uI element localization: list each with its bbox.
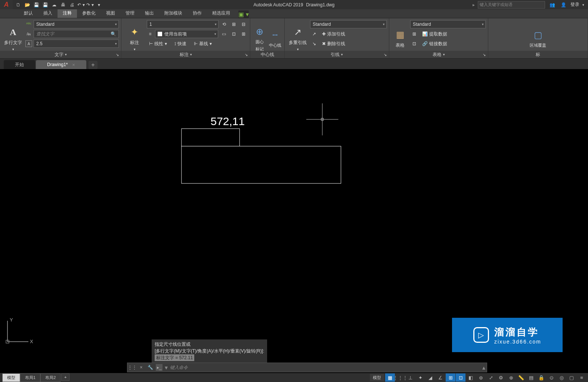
- polar-icon[interactable]: ✦: [415, 373, 425, 382]
- dim-update-icon[interactable]: ⟲: [220, 20, 228, 28]
- share-icon[interactable]: 👥: [548, 1, 556, 9]
- status-bar: 模型 布局1 布局2 + 模型 ▦ ⋮⋮⋮ ⊥ ✦ ◢ ∠ ⊞ ⊡ ◧ ⊚ ⤢ …: [0, 373, 588, 382]
- table-edit-icon[interactable]: ⊞: [410, 30, 418, 38]
- dim-layer-combo[interactable]: 使用当前项▾: [155, 30, 218, 38]
- remove-leader-button[interactable]: ✖ 删除引线: [320, 40, 347, 48]
- user-icon[interactable]: 👤: [559, 1, 567, 9]
- quickprops-icon[interactable]: ▤: [526, 373, 536, 382]
- app-logo[interactable]: A: [0, 0, 13, 9]
- ribbon: A 多行文字 ▾ ᴬᴮᶜ Standard▾ 🗛 查找文字 🔍: [0, 18, 588, 59]
- lineweight-icon[interactable]: ⊡: [456, 373, 465, 382]
- panel-text-title[interactable]: 文字▾↘: [0, 51, 121, 58]
- annoscale-icon[interactable]: ⤢: [486, 373, 496, 382]
- login-dropdown-icon[interactable]: ▾: [582, 3, 584, 7]
- text-search[interactable]: 查找文字 🔍: [34, 30, 119, 38]
- plot-icon[interactable]: 🖶: [59, 1, 67, 9]
- dim-scale-combo[interactable]: 1▾: [147, 20, 219, 28]
- find-icon[interactable]: 🗛: [25, 31, 32, 37]
- redo-icon[interactable]: ↷ ▾: [86, 1, 94, 9]
- tab-manage[interactable]: 管理: [120, 9, 140, 18]
- dim-quick-button[interactable]: ⟟ 快速: [172, 40, 189, 48]
- saveas-icon[interactable]: 💾: [41, 1, 49, 9]
- watermark-title: 溜溜自学: [494, 326, 539, 339]
- drawing-canvas[interactable]: 572,11: [0, 69, 588, 356]
- quick-access-toolbar: 🗋 📂 💾 💾 ☁ 🖶 🖨 ↶ ▾ ↷ ▾ ▾: [14, 1, 103, 9]
- table-style-combo[interactable]: Standard▾: [410, 20, 486, 28]
- dim-tool3-icon[interactable]: ⊞: [239, 30, 248, 38]
- layout-2[interactable]: 布局2: [40, 373, 61, 382]
- tab-addins[interactable]: 附加模块: [159, 9, 188, 18]
- tab-parametric[interactable]: 参数化: [77, 9, 101, 18]
- new-icon[interactable]: 🗋: [14, 1, 22, 9]
- panel-table-title[interactable]: 表格▾↘: [389, 51, 488, 58]
- layout-model[interactable]: 模型: [2, 373, 20, 382]
- cmd-close-icon[interactable]: ×: [138, 364, 145, 371]
- layout-add-button[interactable]: +: [61, 373, 69, 381]
- close-icon[interactable]: ×: [72, 62, 75, 68]
- watermark-logo-icon: ▷: [473, 327, 489, 343]
- dim-continue-icon[interactable]: ⊞: [230, 20, 238, 28]
- tab-default[interactable]: 默认: [19, 9, 38, 18]
- layout-1[interactable]: 布局1: [20, 373, 40, 382]
- cycle-icon[interactable]: ⊚: [476, 373, 486, 382]
- annomonitor-icon[interactable]: ⊕: [506, 373, 516, 382]
- dim-break-icon[interactable]: ⊟: [239, 20, 248, 28]
- extract-data-button[interactable]: 📊 提取数据: [420, 30, 449, 38]
- tab-view[interactable]: 视图: [101, 9, 120, 18]
- open-icon[interactable]: 📂: [23, 1, 31, 9]
- leader-align-icon[interactable]: ↗: [310, 30, 318, 38]
- leader-style-combo[interactable]: Standard▾: [310, 20, 387, 28]
- ortho-icon[interactable]: ⊥: [405, 373, 415, 382]
- osnap-icon[interactable]: ∠: [436, 373, 445, 382]
- add-leader-button[interactable]: ✚ 添加引线: [320, 30, 347, 38]
- dim-linear-button[interactable]: ⊢ 线性 ▾: [147, 40, 169, 48]
- cmd-grip-icon[interactable]: ⋮⋮: [129, 364, 136, 371]
- dim-baseline-button[interactable]: ⊩ 基线 ▾: [192, 40, 214, 48]
- lock-icon[interactable]: 🔒: [536, 373, 546, 382]
- text-height-combo[interactable]: 2.5▾: [34, 40, 119, 48]
- link-data-button[interactable]: 🔗 链接数据: [420, 40, 449, 48]
- login-link[interactable]: 登录: [570, 1, 579, 8]
- hardware-icon[interactable]: ⊙: [547, 373, 556, 382]
- dim-tool1-icon[interactable]: ▭: [220, 30, 228, 38]
- workspace-icon[interactable]: ⚙: [496, 373, 506, 382]
- command-line[interactable]: ⋮⋮ × 🔧 ▸_ ▾ 键入命令 ▴: [127, 363, 487, 372]
- tab-insert[interactable]: 插入: [38, 9, 58, 18]
- tab-drawing1[interactable]: Drawing1*×: [36, 60, 86, 69]
- new-tab-button[interactable]: +: [89, 61, 98, 69]
- tab-start[interactable]: 开始: [4, 60, 35, 69]
- tab-featured[interactable]: 精选应用: [207, 9, 235, 18]
- status-model-label[interactable]: 模型: [370, 374, 384, 381]
- transparency-icon[interactable]: ◧: [466, 373, 476, 382]
- keyword-search[interactable]: 键入关键字或短语: [478, 1, 545, 9]
- tab-annotate[interactable]: 注释: [58, 9, 77, 18]
- customize-icon[interactable]: ≡: [577, 373, 587, 382]
- print-icon[interactable]: 🖨: [68, 1, 76, 9]
- tab-output[interactable]: 输出: [140, 9, 159, 18]
- save-icon[interactable]: 💾: [32, 1, 40, 9]
- undo-icon[interactable]: ↶ ▾: [77, 1, 85, 9]
- panel-dim-title[interactable]: 标注▾↘: [121, 51, 250, 58]
- cmd-settings-icon[interactable]: 🔧: [147, 364, 154, 371]
- dim-tool2-icon[interactable]: ⊡: [230, 30, 238, 38]
- iso-icon[interactable]: ◢: [425, 373, 435, 382]
- units-icon[interactable]: 📏: [516, 373, 526, 382]
- otrack-icon[interactable]: ⊞: [446, 373, 455, 382]
- app-store-icon[interactable]: ▣ ▾: [238, 10, 249, 18]
- layer-icon[interactable]: ≡: [147, 31, 154, 37]
- cmd-expand-icon[interactable]: ▴: [482, 364, 485, 371]
- panel-wipeout-title[interactable]: 标: [488, 51, 588, 58]
- qat-more-icon[interactable]: ▾: [95, 1, 103, 9]
- panel-leader-title[interactable]: 引线▾↘: [285, 51, 389, 58]
- snap-icon[interactable]: ⋮⋮⋮: [395, 373, 405, 382]
- leader-collect-icon[interactable]: ↘: [310, 40, 318, 48]
- cleanscreen-icon[interactable]: ▢: [567, 373, 576, 382]
- tab-collaborate[interactable]: 协作: [188, 9, 207, 18]
- command-input[interactable]: 键入命令: [170, 364, 188, 371]
- spellcheck-icon[interactable]: ᴬᴮᶜ: [25, 21, 32, 28]
- isolate-icon[interactable]: ◎: [557, 373, 566, 382]
- cloud-icon[interactable]: ☁: [50, 1, 58, 9]
- panel-center-title[interactable]: 中心线: [250, 51, 284, 58]
- table-link-icon[interactable]: ⊡: [410, 40, 418, 48]
- text-style-combo[interactable]: Standard▾: [34, 20, 119, 28]
